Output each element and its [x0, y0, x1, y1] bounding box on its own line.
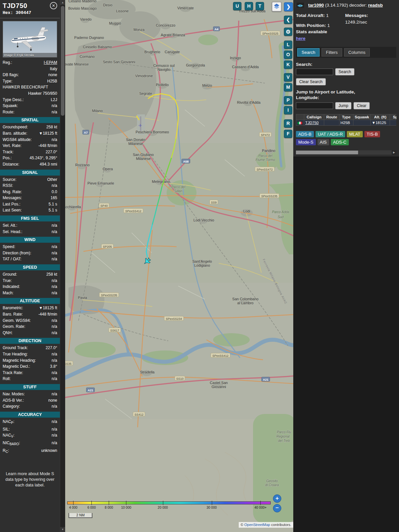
layers-icon[interactable]	[272, 2, 282, 12]
map-button-o[interactable]: O	[284, 51, 292, 59]
section-header: DIRECTION	[0, 338, 60, 344]
map-button-f[interactable]: F	[284, 130, 292, 138]
map-button-p[interactable]: P	[284, 96, 292, 104]
hscroll-right-icon[interactable]: ▶	[392, 150, 396, 155]
filter-chip-tis-b[interactable]: TIS-B	[364, 131, 380, 137]
scroll-up-icon[interactable]: ▲	[60, 0, 65, 5]
detail-value: n/a	[52, 376, 57, 382]
filter-chip-ads-b[interactable]: ADS-B	[296, 131, 314, 137]
detail-label: WGS84 altitude:	[3, 137, 32, 143]
tab-columns[interactable]: Columns	[344, 48, 370, 57]
detail-label: Source:	[3, 177, 16, 183]
map-button-r[interactable]: R	[284, 119, 292, 128]
tab-search[interactable]: Search	[297, 48, 320, 57]
map-label: Regional	[276, 435, 290, 438]
aircraft-detail-sections: SPATIALGroundspeed:258 ktBaro. altitude:…	[3, 117, 57, 455]
detail-label: Magnetic Heading:	[3, 357, 36, 364]
jump-input[interactable]	[296, 102, 333, 109]
detail-value: 5.1 s	[49, 207, 57, 213]
tab-filters[interactable]: Filters	[322, 48, 342, 57]
detail-label: Msg. Rate:	[3, 189, 22, 195]
map-button-h[interactable]: H	[245, 2, 253, 10]
table-row[interactable]: TJD750H25B▼18125	[296, 120, 397, 126]
table-header-route[interactable]: Route	[324, 114, 339, 120]
detail-row: Pos.:45.243°, 9.295°	[3, 155, 57, 161]
settings-gear-icon[interactable]: ⚙	[284, 28, 292, 36]
clear-search-button[interactable]: Clear Search	[296, 78, 326, 85]
search-input[interactable]	[296, 68, 333, 75]
detail-label: Geom. WGS84:	[3, 318, 31, 324]
map-label: Paderno Dugnano	[74, 36, 104, 40]
filter-chip-mlat[interactable]: MLAT	[347, 131, 363, 137]
map-button-i[interactable]: I	[284, 106, 292, 114]
layers-glyph	[273, 2, 281, 10]
map-label: Novate Milanese	[65, 62, 89, 66]
table-header-alt-ft-[interactable]: Alt. (ft)	[371, 114, 390, 120]
readsb-link[interactable]: readsb	[368, 3, 383, 8]
detail-value: 258 kt	[46, 271, 57, 278]
map-label: Pieve Emanuele	[87, 181, 114, 185]
zoom-out-button[interactable]: −	[273, 504, 281, 512]
tar1090-app: TJD750 Hex: 300447 ✕	[0, 0, 399, 532]
detail-row: Type Desc.:L2J	[3, 97, 57, 103]
stats-here-link[interactable]: here	[296, 36, 306, 41]
section-header: SIGNAL	[0, 170, 60, 176]
table-header-type[interactable]: Type	[339, 114, 353, 120]
map-label: Cernusco sul	[153, 64, 175, 67]
detail-value: n/a	[52, 324, 57, 330]
map-label: Muggiò	[109, 21, 121, 25]
detail-label: ADS-B Ver.:	[3, 397, 24, 404]
map-label: Bovisio Masciago	[68, 6, 97, 10]
table-header-flag[interactable]	[296, 114, 304, 120]
sidebar-scrollbar[interactable]: ▲ ▼	[60, 0, 65, 532]
map-button-k[interactable]: K	[284, 61, 292, 69]
section-header: ACCURACY	[0, 412, 60, 418]
detail-value: -448 ft/min	[38, 311, 57, 318]
aircraft-photo[interactable]: Image © Eryk Strzala	[3, 21, 57, 58]
map-canvas[interactable]: ✈ A4SPexSS525A7SP472A58SPexSS472SPexSS23…	[65, 0, 293, 532]
scroll-down-icon[interactable]: ▼	[60, 527, 65, 532]
map-label: San Donato	[126, 138, 145, 142]
detail-label: Barometric:	[3, 305, 23, 311]
tar1090-link[interactable]: tar1090	[308, 3, 324, 8]
map-label: Cesano Maderno	[68, 0, 96, 3]
detail-label: True:	[3, 278, 12, 284]
map-label: Inzago	[230, 56, 241, 60]
table-header-spd[interactable]: Spd	[390, 114, 397, 120]
map-label: Sud	[278, 215, 284, 219]
map-button-t[interactable]: T	[256, 2, 264, 10]
map-button-m[interactable]: M	[284, 83, 292, 91]
detail-value: Other	[47, 177, 57, 183]
map-button-v[interactable]: V	[284, 73, 292, 81]
collapse-sidebar-icon[interactable]: ❮	[284, 16, 292, 24]
jump-button[interactable]: Jump	[335, 102, 351, 109]
detail-row: Ground:258 kt	[3, 271, 57, 278]
callsign-link[interactable]: TJD750	[305, 121, 319, 125]
panel-horizontal-scrollbar[interactable]: ▶	[296, 150, 396, 155]
expand-panel-icon[interactable]: ❯	[284, 2, 293, 11]
hscroll-thumb[interactable]	[296, 151, 358, 154]
detail-row: Roll:n/a	[3, 376, 57, 382]
scrollbar-thumb[interactable]	[61, 6, 65, 116]
detail-value: n/a	[52, 183, 57, 189]
road-shield: SPexSS235	[261, 195, 278, 198]
detail-row: ADS-B Ver.:none	[3, 397, 57, 404]
filter-chip-ads-c[interactable]: ADS-C	[331, 139, 349, 145]
zoom-in-button[interactable]: +	[273, 494, 281, 503]
filter-chip-ais[interactable]: AIS	[318, 139, 329, 145]
map-button-u[interactable]: U	[233, 2, 241, 10]
panel-collapse-arrows[interactable]: ◀▶	[296, 3, 305, 8]
detail-value[interactable]: I-EPAM	[44, 60, 57, 66]
osm-link[interactable]: OpenStreetMap	[244, 523, 270, 527]
map-label: al Lambro	[237, 301, 254, 305]
close-icon[interactable]: ✕	[50, 2, 57, 9]
map-button-l[interactable]: L	[284, 41, 292, 49]
search-button[interactable]: Search	[335, 68, 354, 75]
detail-row: Ground Track:227.0°	[3, 345, 57, 351]
table-header-squawk[interactable]: Squawk	[353, 114, 371, 120]
total-aircraft-label: Total Aircraft:	[296, 13, 325, 18]
filter-chip-uat-ads-r[interactable]: UAT / ADS-R	[316, 131, 345, 137]
filter-chip-mode-s[interactable]: Mode-S	[296, 139, 316, 145]
table-header-callsign[interactable]: Callsign	[304, 114, 324, 120]
jump-clear-button[interactable]: Clear	[353, 102, 370, 109]
